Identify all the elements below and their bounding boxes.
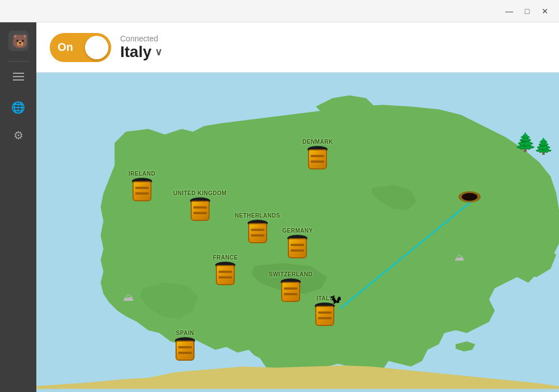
netherlands-label: NETHERLANDS bbox=[235, 212, 280, 219]
location-spain[interactable]: SPAIN bbox=[175, 330, 195, 361]
connection-status: Connected bbox=[120, 34, 162, 43]
pine-tree-1: 🌲 bbox=[514, 131, 537, 153]
main-layout: 🐻 🌐 ⚙ bbox=[0, 22, 559, 392]
connection-location[interactable]: Italy ∨ bbox=[120, 43, 162, 61]
hamburger-icon bbox=[13, 73, 24, 81]
sidebar-divider bbox=[7, 61, 30, 62]
hole-inner bbox=[462, 193, 477, 201]
toggle-label: On bbox=[58, 41, 73, 54]
minimize-button[interactable]: — bbox=[501, 4, 518, 18]
logo-icon: 🐻 bbox=[8, 31, 29, 51]
hole-outer bbox=[458, 191, 481, 202]
netherlands-barrel bbox=[248, 220, 268, 243]
app-logo: 🐻 bbox=[0, 22, 36, 59]
chevron-down-icon: ∨ bbox=[155, 46, 162, 58]
denmark-label: DENMARK bbox=[302, 139, 333, 145]
germany-label: GERMANY bbox=[282, 228, 313, 234]
title-bar: — □ ✕ bbox=[0, 0, 559, 22]
location-germany[interactable]: GERMANY bbox=[282, 228, 313, 258]
content-area: On Connected Italy ∨ bbox=[36, 22, 559, 392]
location-denmark[interactable]: DENMARK bbox=[302, 139, 333, 169]
toggle-knob bbox=[85, 36, 108, 59]
header: On Connected Italy ∨ bbox=[36, 22, 559, 73]
location-netherlands[interactable]: NETHERLANDS bbox=[235, 212, 280, 243]
svg-text:🐻: 🐻 bbox=[12, 33, 27, 49]
switzerland-label: SWITZERLAND bbox=[269, 271, 312, 277]
connection-destination-hole bbox=[458, 191, 481, 204]
ireland-label: IRELAND bbox=[129, 171, 155, 177]
location-france[interactable]: FRANCE bbox=[213, 254, 238, 285]
sidebar-item-globe[interactable]: 🌐 bbox=[0, 95, 36, 120]
app-window: — □ ✕ 🐻 bbox=[0, 0, 559, 392]
switzerland-barrel bbox=[281, 278, 301, 302]
maximize-button[interactable]: □ bbox=[519, 4, 536, 18]
connection-info: Connected Italy ∨ bbox=[120, 34, 162, 61]
spain-label: SPAIN bbox=[176, 330, 194, 336]
location-switzerland[interactable]: SWITZERLAND bbox=[269, 271, 312, 302]
germany-barrel bbox=[287, 235, 307, 258]
map-area: 🌲 🌲 ⛰ ⛰ 🌴 🌴 🌴 IRELAND bbox=[36, 73, 559, 392]
close-button[interactable]: ✕ bbox=[537, 4, 553, 18]
settings-icon: ⚙ bbox=[13, 129, 23, 142]
location-ireland[interactable]: IRELAND bbox=[129, 171, 155, 201]
location-text: Italy bbox=[120, 43, 151, 61]
mountain-1: ⛰ bbox=[123, 291, 134, 304]
toggle-container: On Connected Italy ∨ bbox=[50, 33, 162, 62]
ireland-barrel bbox=[132, 178, 152, 201]
denmark-barrel bbox=[307, 146, 328, 169]
italy-barrel: 🐿 bbox=[315, 303, 335, 326]
sidebar: 🐻 🌐 ⚙ bbox=[0, 22, 36, 392]
sidebar-nav: 🌐 ⚙ bbox=[0, 89, 36, 392]
pine-tree-2: 🌲 bbox=[534, 137, 553, 155]
squirrel-character: 🐿 bbox=[330, 294, 342, 306]
globe-icon: 🌐 bbox=[11, 101, 25, 114]
hamburger-menu-button[interactable] bbox=[0, 64, 36, 89]
location-united-kingdom[interactable]: UNITED KINGDOM bbox=[173, 190, 226, 221]
france-label: FRANCE bbox=[213, 254, 238, 261]
uk-barrel bbox=[190, 197, 210, 221]
window-controls: — □ ✕ bbox=[501, 4, 553, 18]
mountain-2: ⛰ bbox=[454, 252, 465, 263]
spain-barrel bbox=[175, 337, 195, 361]
uk-label: UNITED KINGDOM bbox=[173, 190, 226, 196]
location-italy[interactable]: ITALY 🐿 bbox=[315, 295, 335, 326]
sidebar-item-settings[interactable]: ⚙ bbox=[0, 122, 36, 148]
france-barrel bbox=[215, 262, 235, 285]
vpn-toggle[interactable]: On bbox=[50, 33, 111, 62]
